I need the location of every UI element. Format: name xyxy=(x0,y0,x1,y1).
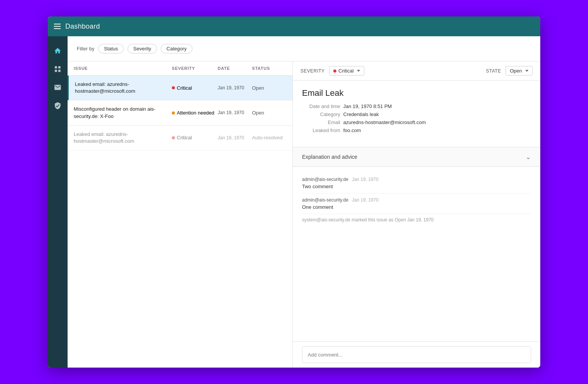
main-layout: Filter by Status Severity Category ISSUE… xyxy=(48,36,540,368)
table-row[interactable]: Leaked email: azuredns-hostmaster@micros… xyxy=(68,76,292,100)
explanation-section: Explanation and advice ⌄ xyxy=(293,147,540,167)
col-header-severity: SEVERITY xyxy=(172,66,218,71)
severity-dot-critical xyxy=(172,136,175,139)
system-comment: system@ais-security.de marked this issue… xyxy=(302,214,531,226)
table-row[interactable]: Leaked email: azuredns-hostmaster@micros… xyxy=(68,126,292,150)
filter-chip-category[interactable]: Category xyxy=(161,44,192,53)
filter-bar: Filter by Status Severity Category xyxy=(68,36,540,61)
detail-header: SEVERITY Critical STATE Open xyxy=(293,61,540,81)
sidebar-item-grid[interactable] xyxy=(49,61,66,77)
chevron-down-icon xyxy=(525,70,528,72)
date-cell: Jan 19, 1970 xyxy=(218,110,252,116)
meta-val-datetime: Jan 19, 1970 8:51 PM xyxy=(343,103,531,109)
date-cell: Jan 19, 1970 xyxy=(218,85,252,91)
meta-key-category: Category xyxy=(302,111,340,117)
add-comment-area xyxy=(293,341,540,368)
chevron-down-icon: ⌄ xyxy=(525,153,531,161)
sidebar-item-email[interactable] xyxy=(49,79,66,96)
meta-val-category: Credentials leak xyxy=(343,111,531,117)
meta-key-leaked-from: Leaked from xyxy=(302,127,340,133)
topbar-title: Dashboard xyxy=(65,23,100,31)
sidebar-item-home[interactable] xyxy=(49,42,66,59)
status-cell: Auto-resolved xyxy=(252,135,286,140)
detail-title: Email Leak xyxy=(302,88,531,98)
comments-section: admin@ais-security.de Jan 19, 1970 Two c… xyxy=(293,173,540,226)
meta-val-email: azuredns-hostmaster@microsoft.com xyxy=(343,119,531,125)
date-cell: Jan 19, 1970 xyxy=(218,135,252,141)
severity-value: Critical xyxy=(177,85,192,91)
severity-cell: Critical xyxy=(172,135,218,140)
split-panel: ISSUE SEVERITY DATE STATUS Leaked email:… xyxy=(68,61,540,368)
comment-date: Jan 19, 1970 xyxy=(352,177,378,182)
comment-author: admin@ais-security.de xyxy=(302,177,348,182)
severity-cell: Attention needed xyxy=(172,110,218,116)
home-icon xyxy=(54,47,61,55)
issue-title: Leaked email: azuredns-hostmaster@micros… xyxy=(74,131,172,145)
status-cell: Open xyxy=(252,85,286,91)
severity-badge[interactable]: Critical xyxy=(329,66,364,76)
comment-item: admin@ais-security.de Jan 19, 1970 Two c… xyxy=(302,173,531,194)
col-header-status: STATUS xyxy=(252,66,286,71)
filter-label: Filter by xyxy=(77,46,94,52)
severity-cell: Critical xyxy=(172,85,218,91)
topbar: Dashboard xyxy=(48,16,540,36)
severity-dot xyxy=(333,69,336,73)
comment-meta: admin@ais-security.de Jan 19, 1970 xyxy=(302,177,531,182)
app-window: Dashboard xyxy=(48,16,540,368)
add-comment-input[interactable] xyxy=(302,346,531,363)
sidebar-item-shield[interactable] xyxy=(49,97,66,114)
severity-dot-attention xyxy=(172,111,175,115)
table-row[interactable]: Misconfigured header on domain ais-secur… xyxy=(68,100,292,125)
col-header-issue: ISSUE xyxy=(74,66,172,71)
table-header: ISSUE SEVERITY DATE STATUS xyxy=(68,61,292,76)
state-badge-value: Open xyxy=(510,68,522,74)
issues-panel: ISSUE SEVERITY DATE STATUS Leaked email:… xyxy=(68,61,293,368)
severity-badge-value: Critical xyxy=(338,68,354,74)
state-badge[interactable]: Open xyxy=(506,66,533,76)
grid-icon xyxy=(54,65,61,73)
severity-dot-critical xyxy=(172,86,175,89)
detail-body: Email Leak Date and time Jan 19, 1970 8:… xyxy=(293,81,540,141)
status-cell: Open xyxy=(252,110,286,116)
explanation-label: Explanation and advice xyxy=(302,154,357,160)
comment-body: One comment xyxy=(302,204,531,210)
issue-title: Misconfigured header on domain ais-secur… xyxy=(74,106,172,119)
meta-key-datetime: Date and time xyxy=(302,103,340,109)
sidebar xyxy=(48,36,68,368)
content-area: Filter by Status Severity Category ISSUE… xyxy=(68,36,540,368)
filter-chip-severity[interactable]: Severity xyxy=(128,44,157,53)
email-icon xyxy=(54,84,61,91)
col-header-date: DATE xyxy=(218,66,252,71)
comment-item: admin@ais-security.de Jan 19, 1970 One c… xyxy=(302,194,531,214)
filter-chip-status[interactable]: Status xyxy=(98,44,124,53)
chevron-down-icon xyxy=(357,70,360,72)
comment-body: Two comment xyxy=(302,184,531,189)
comment-date: Jan 19, 1970 xyxy=(352,197,378,203)
comment-author: admin@ais-security.de xyxy=(302,197,348,203)
severity-value: Attention needed xyxy=(177,110,214,116)
detail-panel: SEVERITY Critical STATE Open xyxy=(293,61,540,368)
issue-title: Leaked email: azuredns-hostmaster@micros… xyxy=(75,81,172,95)
hamburger-button[interactable] xyxy=(54,24,61,29)
detail-severity-label: SEVERITY xyxy=(300,68,325,74)
shield-icon xyxy=(54,102,61,110)
meta-key-email: Email xyxy=(302,119,340,125)
state-label: STATE xyxy=(486,68,501,74)
meta-val-leaked-from: foo.com xyxy=(343,127,531,133)
detail-meta: Date and time Jan 19, 1970 8:51 PM Categ… xyxy=(302,103,531,133)
explanation-header[interactable]: Explanation and advice ⌄ xyxy=(293,147,540,166)
comment-meta: admin@ais-security.de Jan 19, 1970 xyxy=(302,197,531,203)
severity-value: Critical xyxy=(177,135,192,140)
